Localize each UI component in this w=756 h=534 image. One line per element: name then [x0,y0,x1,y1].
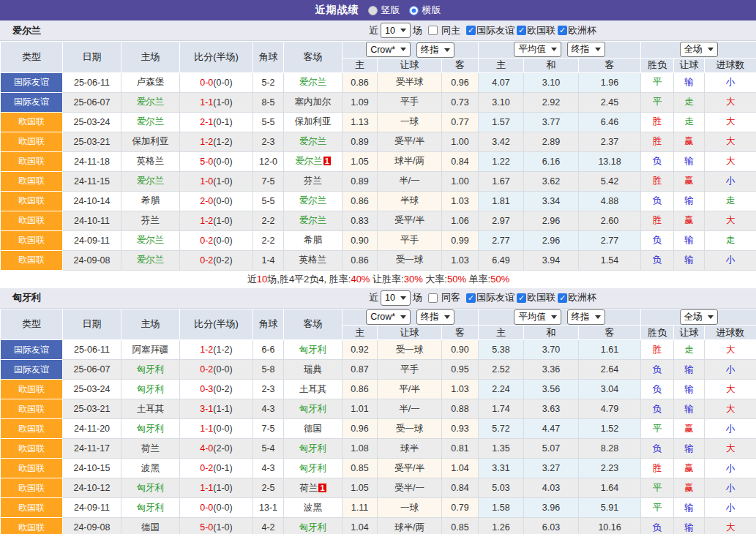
same-home-checkbox[interactable] [428,26,438,35]
crow-handicap-cell: 受一球 [378,340,442,360]
corner-cell: 2-5 [253,478,284,498]
euro-cup-checkbox[interactable] [558,293,567,303]
crow-away-odds-cell: 0.88 [442,399,479,419]
avg-home-odds-cell: 2.77 [479,230,524,250]
col-date: 日期 [63,309,121,340]
result-outcome-cell: 胜 [641,112,674,132]
result-handicap-cell: 赢 [674,171,705,191]
euro-cup-label: 欧洲杯 [568,291,596,304]
bookmaker-select[interactable]: Crow* [366,309,411,325]
result-outcome-cell: 负 [641,250,674,270]
date-cell: 24-09-11 [63,230,121,250]
col-result-handicap: 让球 [674,58,705,72]
home-team-cell: 芬兰 [121,211,180,230]
competition-type-cell: 欧国联 [1,380,63,399]
col-type: 类型 [1,309,63,340]
home-team-cell: 保加利亚 [121,132,180,151]
friendly-label: 国际友谊 [476,24,514,37]
scope-group-header: 全场 [641,309,756,326]
crow-home-odds-cell: 0.86 [343,72,378,92]
recent-count-select[interactable]: 10 [381,23,411,38]
crow-home-odds-cell: 0.92 [343,340,378,360]
result-goals-cell: 大 [705,151,756,171]
horizontal-layout-label: 横版 [422,4,441,17]
away-team-cell: 塞内加尔 [284,92,343,112]
crow-home-odds-cell: 0.90 [343,230,378,250]
radio-unselected-icon[interactable] [368,6,378,15]
team-name: 匈牙利 [0,291,41,304]
chevron-down-icon [551,48,557,51]
recent-count-select[interactable]: 10 [381,290,411,306]
result-goals-cell: 大 [705,92,756,112]
same-away-checkbox[interactable] [428,293,438,303]
team-name: 爱尔兰 [0,24,41,37]
select-value: 10 [385,293,395,303]
crow-handicap-cell: 平手 [378,230,442,250]
bookmaker-select[interactable]: Crow* [366,42,411,57]
same-away-label: 同客 [441,291,460,304]
crow-home-odds-cell: 1.05 [343,478,378,498]
result-handicap-cell: 赢 [674,459,705,478]
euro-cup-checkbox[interactable] [558,26,567,35]
avg-draw-odds-cell: 5.07 [524,439,579,459]
avg-away-odds-cell: 10.16 [579,518,641,534]
layout-vertical-option[interactable]: 竖版 [368,4,400,17]
avg-home-odds-cell: 6.49 [479,250,524,270]
date-cell: 25-06-07 [63,360,121,380]
avg-draw-odds-cell: 2.96 [524,211,579,230]
select-value: 终指 [421,311,439,323]
competition-type-cell: 欧国联 [1,478,63,498]
avg-draw-odds-cell: 3.70 [524,340,579,360]
friendly-checkbox[interactable] [466,293,476,303]
home-team-cell: 爱尔兰 [121,92,180,112]
odds-stage-select[interactable]: 终指 [416,309,454,325]
col-corner: 角球 [253,42,284,73]
crow-home-odds-cell: 1.04 [343,518,378,534]
result-outcome-cell: 胜 [641,211,674,230]
match-row: 欧国联24-11-15爱尔兰1-0(1-0)7-5芬兰0.89半/一1.001.… [1,171,756,191]
scope-select[interactable]: 全场 [680,309,718,325]
crow-handicap-cell: 平手 [378,360,442,380]
result-outcome-cell: 平 [641,92,674,112]
avg-draw-odds-cell: 3.96 [524,498,579,518]
nations-league-checkbox[interactable] [517,26,526,35]
filter-controls: 近 10 场 同客 国际友谊 欧国联 欧洲杯 [367,290,596,306]
away-team-cell: 匈牙利 [284,439,343,459]
corner-cell: 5-5 [253,112,284,132]
col-avg-away: 客 [579,326,641,340]
col-avg-draw: 和 [524,326,579,340]
home-team-cell: 匈牙利 [121,478,180,498]
avg-away-odds-cell: 5.91 [579,498,641,518]
corner-cell: 7-5 [253,171,284,191]
average-stage-select[interactable]: 终指 [567,309,605,325]
average-select[interactable]: 平均值 [514,309,561,325]
date-cell: 24-11-15 [63,171,121,191]
avg-away-odds-cell: 2.45 [579,92,641,112]
away-team-cell: 荷兰1 [284,478,343,498]
scope-select[interactable]: 全场 [680,42,718,57]
radio-selected-icon[interactable] [409,6,419,15]
score-cell: 1-2(1-2) [180,340,253,360]
crow-home-odds-cell: 0.89 [343,171,378,191]
avg-away-odds-cell: 5.42 [579,171,641,191]
select-value: Crow* [370,312,395,322]
bookmaker-group-header: Crow* 终指 [343,42,479,59]
result-outcome-cell: 胜 [641,340,674,360]
home-team-cell: 匈牙利 [121,360,180,380]
crow-handicap-cell: 半球 [378,191,442,211]
home-team-cell: 匈牙利 [121,498,180,518]
result-handicap-cell: 输 [674,151,705,171]
competition-type-cell: 欧国联 [1,518,63,534]
column-group-header-row: 类型 日期 主场 比分(半场) 角球 客场 Crow* 终指 平均值 终指 全场 [1,309,756,326]
match-row: 欧国联24-10-15波黑0-2(0-1)4-3匈牙利0.85受平/半1.043… [1,459,756,478]
average-select[interactable]: 平均值 [514,42,561,57]
score-cell: 5-0(0-0) [180,151,253,171]
corner-cell: 8-5 [253,92,284,112]
odds-stage-select[interactable]: 终指 [416,42,454,58]
average-stage-select[interactable]: 终指 [567,42,605,57]
score-cell: 0-2(0-1) [180,459,253,478]
layout-horizontal-option[interactable]: 横版 [409,4,441,17]
nations-league-checkbox[interactable] [517,293,526,303]
friendly-checkbox[interactable] [466,26,476,35]
avg-home-odds-cell: 1.57 [479,112,524,132]
